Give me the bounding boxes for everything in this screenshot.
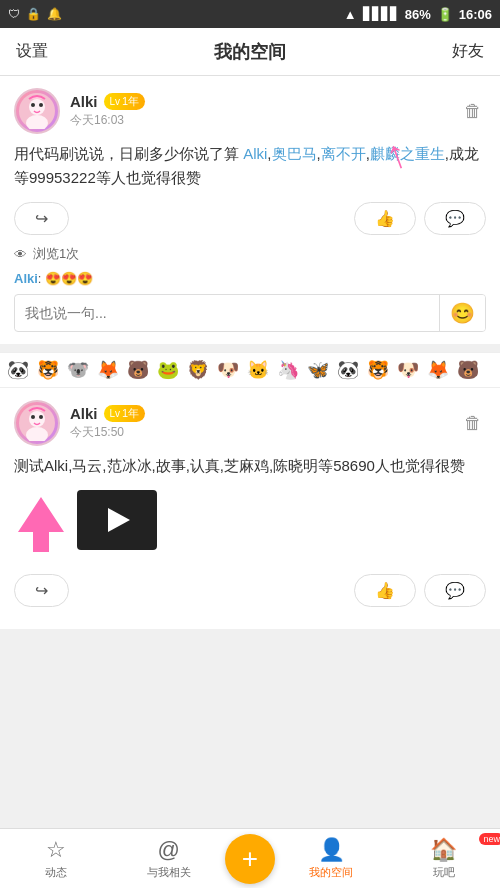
video-thumbnail[interactable]	[77, 490, 157, 550]
link-alki[interactable]: Alki	[243, 145, 267, 162]
divider-icon-10: 🦄	[274, 356, 302, 384]
emoji-btn-1[interactable]: 😊	[439, 295, 485, 331]
add-button[interactable]: +	[225, 834, 275, 884]
games-icon: 🏠	[430, 837, 457, 863]
action-row-1: ↪ 👍 💬	[14, 202, 486, 235]
status-icons: 🛡 🔒 🔔	[8, 7, 62, 21]
share-icon-2: ↪	[35, 581, 48, 600]
divider-icon-3: 🐨	[64, 356, 92, 384]
svg-point-3	[31, 103, 35, 107]
divider-icon-5: 🐻	[124, 356, 152, 384]
level-badge-1: Lv1年	[104, 93, 146, 110]
username-1[interactable]: Alki	[70, 93, 98, 110]
svg-marker-10	[18, 497, 64, 552]
nav-item-mentions[interactable]: @ 与我相关	[113, 837, 226, 880]
commenter-name[interactable]: Alki	[14, 271, 38, 286]
link-离不开[interactable]: 离不开	[321, 145, 366, 162]
comment-emojis: 😍😍😍	[45, 271, 93, 286]
like-btn-1[interactable]: 👍	[354, 202, 416, 235]
divider-icon-7: 🦁	[184, 356, 212, 384]
post-card-2: Alki Lv1年 今天15:50 🗑 测试Alki,马云,范冰冰,故事,认真,…	[0, 388, 500, 629]
divider-icon-12: 🐼	[334, 356, 362, 384]
like-icon: 👍	[375, 209, 395, 228]
delete-btn-2[interactable]: 🗑	[460, 409, 486, 438]
myspace-icon: 👤	[318, 837, 345, 863]
nav-item-games[interactable]: 🏠 玩吧 new	[388, 837, 501, 880]
comment-btn-1[interactable]: 💬	[424, 202, 486, 235]
share-btn-1[interactable]: ↪	[14, 202, 69, 235]
share-icon: ↪	[35, 209, 48, 228]
plus-icon: +	[242, 843, 258, 875]
post-card-1: Alki Lv1年 今天16:03 🗑 用代码刷说说，日刷多少你说了算 Alki…	[0, 76, 500, 344]
video-area	[14, 490, 486, 562]
lock-icon: 🔒	[26, 7, 41, 21]
post-header-2: Alki Lv1年 今天15:50 🗑	[14, 400, 486, 446]
comment-icon: 💬	[445, 209, 465, 228]
mentions-icon: @	[158, 837, 180, 863]
friends-link[interactable]: 好友	[424, 41, 484, 62]
divider-icon-11: 🦋	[304, 356, 332, 384]
avatar-2[interactable]	[14, 400, 60, 446]
divider-icon-6: 🐸	[154, 356, 182, 384]
post-time-2: 今天15:50	[70, 424, 460, 441]
feed-label: 动态	[45, 865, 67, 880]
status-bar: 🛡 🔒 🔔 ▲ ▋▋▋▋ 86% 🔋 16:06	[0, 0, 500, 28]
nav-item-feed[interactable]: ☆ 动态	[0, 837, 113, 880]
battery-icon: 🔋	[437, 7, 453, 22]
user-info-1: Alki Lv1年 今天16:03	[70, 93, 460, 129]
svg-point-8	[31, 415, 35, 419]
svg-point-9	[39, 415, 43, 419]
eye-icon: 👁	[14, 247, 27, 262]
level-badge-2: Lv1年	[104, 405, 146, 422]
post-text-2: 测试Alki,马云,范冰冰,故事,认真,芝麻鸡,陈晓明等58690人也觉得很赞	[14, 454, 486, 478]
reply-input-row-1: 😊	[14, 294, 486, 332]
wifi-icon: ▲	[344, 7, 357, 22]
games-label: 玩吧	[433, 865, 455, 880]
post-time-1: 今天16:03	[70, 112, 460, 129]
bell-icon: 🔔	[47, 7, 62, 21]
user-name-row-1: Alki Lv1年	[70, 93, 460, 110]
battery-level: 86%	[405, 7, 431, 22]
comment-icon-2: 💬	[445, 581, 465, 600]
share-btn-2[interactable]: ↪	[14, 574, 69, 607]
new-badge: new	[479, 833, 500, 845]
comments-section-1: Alki: 😍😍😍	[14, 271, 486, 286]
divider-icon-4: 🦊	[94, 356, 122, 384]
top-nav: 设置 我的空间 好友	[0, 28, 500, 76]
views-row-1: 👁 浏览1次	[14, 245, 486, 263]
bottom-nav: ☆ 动态 @ 与我相关 + 👤 我的空间 🏠 玩吧 new	[0, 828, 500, 888]
status-info: ▲ ▋▋▋▋ 86% 🔋 16:06	[344, 7, 492, 22]
post-text-1: 用代码刷说说，日刷多少你说了算 Alki,奥巴马,离不开,麒麟之重生,成龙等99…	[14, 142, 486, 190]
action-row-2: ↪ 👍 💬	[14, 574, 486, 607]
avatar-1[interactable]	[14, 88, 60, 134]
delete-btn-1[interactable]: 🗑	[460, 97, 486, 126]
like-btn-2[interactable]: 👍	[354, 574, 416, 607]
divider-icon-16: 🐻	[454, 356, 482, 384]
signal-bars: ▋▋▋▋	[363, 7, 399, 21]
settings-link[interactable]: 设置	[16, 41, 76, 62]
mentions-label: 与我相关	[147, 865, 191, 880]
clock: 16:06	[459, 7, 492, 22]
post-header-1: Alki Lv1年 今天16:03 🗑	[14, 88, 486, 134]
ire-area	[14, 492, 69, 561]
page-title: 我的空间	[214, 40, 286, 64]
link-qilin[interactable]: 麒麟之重生	[370, 145, 445, 162]
main-content: Alki Lv1年 今天16:03 🗑 用代码刷说说，日刷多少你说了算 Alki…	[0, 76, 500, 707]
link-obama[interactable]: 奥巴马	[272, 145, 317, 162]
icon-divider: 🐼 🐯 🐨 🦊 🐻 🐸 🦁 🐶 🐱 🦄 🦋 🐼 🐯 🐶 🦊 🐻	[0, 352, 500, 388]
comment-item-1: Alki: 😍😍😍	[14, 271, 486, 286]
divider-icon-15: 🦊	[424, 356, 452, 384]
pink-arrow-svg	[14, 492, 69, 557]
divider-icon-1: 🐼	[4, 356, 32, 384]
comment-btn-2[interactable]: 💬	[424, 574, 486, 607]
divider-icon-8: 🐶	[214, 356, 242, 384]
user-info-2: Alki Lv1年 今天15:50	[70, 405, 460, 441]
reply-input-1[interactable]	[15, 297, 439, 329]
username-2[interactable]: Alki	[70, 405, 98, 422]
divider-icon-2: 🐯	[34, 356, 62, 384]
views-count: 浏览1次	[33, 245, 79, 263]
nav-item-myspace[interactable]: 👤 我的空间	[275, 837, 388, 880]
play-button[interactable]	[108, 508, 130, 532]
divider-icon-13: 🐯	[364, 356, 392, 384]
myspace-label: 我的空间	[309, 865, 353, 880]
